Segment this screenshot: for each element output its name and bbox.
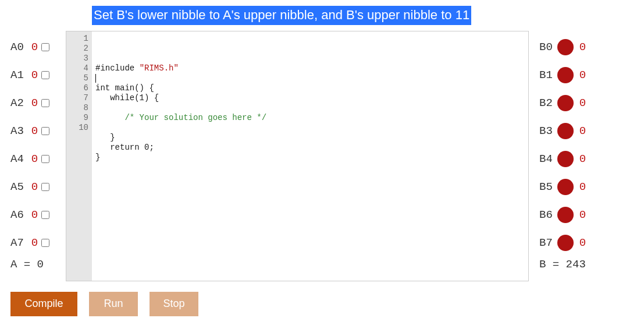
input-label: A7 bbox=[10, 236, 24, 249]
line-number: 1 bbox=[66, 34, 88, 44]
code-line[interactable] bbox=[95, 103, 525, 113]
input-label: A2 bbox=[10, 97, 24, 109]
output-label: B4 bbox=[539, 153, 553, 165]
line-number: 3 bbox=[66, 54, 88, 63]
output-value: 0 bbox=[579, 153, 586, 165]
input-value: 0 bbox=[31, 236, 38, 249]
input-label: A3 bbox=[10, 125, 24, 137]
line-gutter: 12345678910 bbox=[66, 31, 92, 281]
input-total: A = 0 bbox=[10, 258, 66, 271]
title-bar: Set B's lower nibble to A's upper nibble… bbox=[92, 6, 634, 25]
input-value: 0 bbox=[31, 41, 38, 54]
led-indicator bbox=[557, 123, 574, 139]
led-indicator bbox=[557, 235, 574, 251]
input-label: A4 bbox=[10, 153, 24, 165]
code-line[interactable]: /* Your solution goes here */ bbox=[95, 113, 525, 123]
code-area[interactable]: #include "RIMS.h"int main() { while(1) {… bbox=[92, 31, 528, 281]
led-indicator bbox=[557, 207, 574, 223]
run-button[interactable]: Run bbox=[89, 292, 138, 316]
led-indicator bbox=[557, 95, 574, 111]
output-label: B5 bbox=[539, 181, 553, 193]
problem-title: Set B's lower nibble to A's upper nibble… bbox=[92, 6, 471, 25]
led-indicator bbox=[557, 39, 574, 55]
output-label: B6 bbox=[539, 209, 553, 221]
line-number: 5 bbox=[66, 73, 88, 83]
input-checkbox-a7[interactable] bbox=[41, 239, 49, 247]
input-label: A6 bbox=[10, 209, 24, 221]
input-row-a0: A00 bbox=[10, 33, 66, 61]
output-value: 0 bbox=[579, 125, 586, 137]
input-row-a4: A40 bbox=[10, 145, 66, 173]
output-row-b4: B40 bbox=[539, 145, 634, 173]
line-number: 2 bbox=[66, 44, 88, 54]
led-indicator bbox=[557, 151, 574, 167]
line-number: 10 bbox=[66, 123, 88, 133]
input-checkbox-a1[interactable] bbox=[41, 71, 49, 79]
output-row-b5: B50 bbox=[539, 173, 634, 201]
output-value: 0 bbox=[579, 97, 586, 109]
input-checkbox-a6[interactable] bbox=[41, 211, 49, 219]
line-number: 6 bbox=[66, 83, 88, 93]
output-total: B = 243 bbox=[539, 258, 634, 271]
output-value: 0 bbox=[579, 69, 586, 82]
input-row-a6: A60 bbox=[10, 201, 66, 229]
output-label: B7 bbox=[539, 236, 553, 249]
line-number: 4 bbox=[66, 63, 88, 73]
output-row-b7: B70 bbox=[539, 229, 634, 257]
output-value: 0 bbox=[579, 181, 586, 193]
output-label: B0 bbox=[539, 41, 553, 54]
output-row-b0: B00 bbox=[539, 33, 634, 61]
input-label: A0 bbox=[10, 41, 24, 54]
inputs-column: A00A10A20A30A40A50A60A70 A = 0 bbox=[10, 31, 66, 281]
compile-button[interactable]: Compile bbox=[10, 292, 77, 316]
input-row-a5: A50 bbox=[10, 173, 66, 201]
input-value: 0 bbox=[31, 209, 38, 221]
output-value: 0 bbox=[579, 41, 586, 54]
text-caret bbox=[95, 74, 96, 83]
output-label: B1 bbox=[539, 69, 553, 82]
outputs-column: B00B10B20B30B40B50B60B70 B = 243 bbox=[535, 31, 634, 281]
line-number: 8 bbox=[66, 103, 88, 113]
main-row: A00A10A20A30A40A50A60A70 A = 0 123456789… bbox=[10, 31, 634, 281]
code-line[interactable]: int main() { bbox=[95, 83, 525, 93]
output-row-b3: B30 bbox=[539, 117, 634, 145]
input-label: A1 bbox=[10, 69, 24, 82]
code-line[interactable] bbox=[95, 123, 525, 133]
input-checkbox-a3[interactable] bbox=[41, 127, 49, 135]
output-row-b1: B10 bbox=[539, 61, 634, 89]
output-value: 0 bbox=[579, 209, 586, 221]
input-checkbox-a0[interactable] bbox=[41, 43, 49, 51]
input-value: 0 bbox=[31, 69, 38, 82]
led-indicator bbox=[557, 67, 574, 83]
input-value: 0 bbox=[31, 97, 38, 109]
code-line[interactable]: } bbox=[95, 153, 525, 162]
input-checkbox-a4[interactable] bbox=[41, 155, 49, 163]
output-label: B2 bbox=[539, 97, 553, 109]
output-label: B3 bbox=[539, 125, 553, 137]
input-row-a2: A20 bbox=[10, 89, 66, 117]
code-editor[interactable]: 12345678910 #include "RIMS.h"int main() … bbox=[66, 31, 529, 281]
button-row: Compile Run Stop bbox=[10, 292, 634, 316]
code-line[interactable]: return 0; bbox=[95, 143, 525, 153]
code-line[interactable]: #include "RIMS.h" bbox=[95, 63, 525, 73]
stop-button[interactable]: Stop bbox=[150, 292, 198, 316]
led-indicator bbox=[557, 179, 574, 195]
input-row-a1: A10 bbox=[10, 61, 66, 89]
input-value: 0 bbox=[31, 181, 38, 193]
code-line[interactable] bbox=[95, 73, 525, 83]
input-checkbox-a2[interactable] bbox=[41, 99, 49, 107]
output-row-b2: B20 bbox=[539, 89, 634, 117]
output-value: 0 bbox=[579, 236, 586, 249]
input-checkbox-a5[interactable] bbox=[41, 183, 49, 191]
input-label: A5 bbox=[10, 181, 24, 193]
code-line[interactable]: while(1) { bbox=[95, 93, 525, 103]
input-value: 0 bbox=[31, 153, 38, 165]
input-row-a7: A70 bbox=[10, 229, 66, 257]
line-number: 9 bbox=[66, 113, 88, 123]
output-row-b6: B60 bbox=[539, 201, 634, 229]
code-line[interactable]: } bbox=[95, 133, 525, 143]
input-row-a3: A30 bbox=[10, 117, 66, 145]
line-number: 7 bbox=[66, 93, 88, 103]
input-value: 0 bbox=[31, 125, 38, 137]
